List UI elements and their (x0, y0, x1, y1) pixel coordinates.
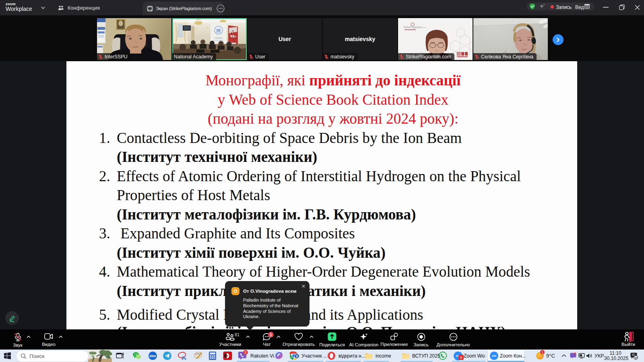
svg-text:StrikePlagiarism.com: StrikePlagiarism.com (403, 26, 427, 29)
svg-text:9: 9 (635, 356, 637, 360)
